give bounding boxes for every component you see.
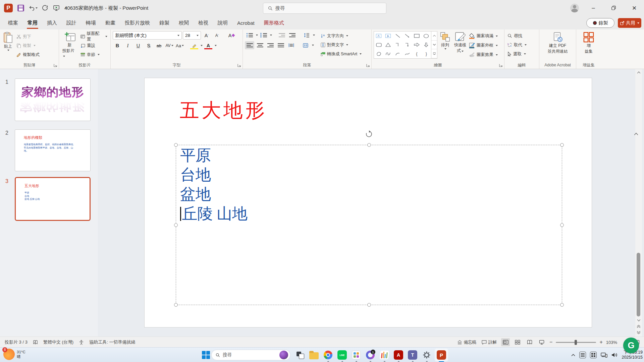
select-dropdown-icon[interactable] xyxy=(524,53,526,55)
redo-button[interactable] xyxy=(42,5,48,11)
shape-cell-scribble[interactable] xyxy=(383,49,393,58)
normal-view-button[interactable] xyxy=(501,338,510,346)
start-button[interactable] xyxy=(200,349,212,361)
drawing-dialog-launcher[interactable] xyxy=(499,63,503,67)
align-right-button[interactable] xyxy=(266,41,275,49)
record-button[interactable]: 錄製 xyxy=(586,18,614,28)
layout-button[interactable]: 版面配置 xyxy=(79,33,108,41)
highlight-dropdown-icon[interactable] xyxy=(201,45,203,46)
zoom-in-button[interactable]: + xyxy=(599,339,602,345)
share-button[interactable]: 共用 xyxy=(618,18,641,28)
office-search-box[interactable]: 搜尋 xyxy=(263,3,386,14)
tab-view[interactable]: 檢視 xyxy=(194,16,213,29)
change-case-button[interactable]: Aa xyxy=(175,42,184,50)
quick-styles-dropdown-icon[interactable] xyxy=(462,51,464,52)
share-dropdown-icon[interactable] xyxy=(637,22,639,24)
align-left-button[interactable] xyxy=(245,41,254,49)
strikethrough-button[interactable]: ab xyxy=(154,42,164,50)
undo-dropdown-icon[interactable] xyxy=(36,7,38,9)
slide-indicator[interactable]: 投影片 3 / 3 xyxy=(5,339,28,345)
shape-effects-dropdown-icon[interactable] xyxy=(496,54,498,56)
scroll-down-button[interactable] xyxy=(635,318,642,323)
justify-button[interactable] xyxy=(276,41,285,49)
copy-button[interactable]: 複製 xyxy=(15,42,41,50)
restore-button[interactable] xyxy=(606,0,621,16)
next-slide-button[interactable] xyxy=(635,330,642,335)
tab-slideshow[interactable]: 投影片放映 xyxy=(120,16,155,29)
shape-outline-dropdown-icon[interactable] xyxy=(496,45,498,46)
thumbnail-slide-1[interactable]: 家鄉的地形 家鄉的地形 xyxy=(15,78,91,121)
font-color-dropdown-icon[interactable] xyxy=(215,45,217,46)
zoom-level[interactable]: 103% xyxy=(606,340,617,345)
bullets-dropdown-icon[interactable] xyxy=(256,35,258,36)
new-slide-dropdown-icon[interactable] xyxy=(63,56,65,57)
taskbar-search-box[interactable]: 搜尋 xyxy=(211,350,290,360)
search-highlight-image[interactable] xyxy=(279,351,288,359)
comments-button[interactable]: 註解 xyxy=(481,338,498,347)
distribute-text-button[interactable] xyxy=(286,41,296,49)
shape-cell-oval[interactable] xyxy=(422,32,431,41)
create-pdf-button[interactable]: 建立 PDF 並共用連結 xyxy=(546,31,569,62)
tab-transitions[interactable]: 轉場 xyxy=(81,16,101,29)
shape-cell-rounded-rectangle[interactable] xyxy=(374,41,383,50)
columns-button[interactable] xyxy=(301,41,310,49)
slide-body-text[interactable]: 平原 台地 盆地 丘陵 山地 xyxy=(180,146,248,224)
shape-cell-line[interactable] xyxy=(393,32,402,41)
shape-fill-dropdown-icon[interactable] xyxy=(496,36,498,37)
tab-design[interactable]: 設計 xyxy=(62,16,81,29)
shape-cell-textbox-rotated[interactable]: A xyxy=(383,32,393,41)
teams-app-button[interactable]: T xyxy=(407,349,419,361)
file-explorer-button[interactable] xyxy=(308,349,320,361)
font-name-dropdown-icon[interactable] xyxy=(177,35,179,36)
character-spacing-button[interactable]: AV xyxy=(165,42,174,50)
format-painter-button[interactable]: 複製格式 xyxy=(15,51,41,59)
text-direction-button[interactable]: A 文字方向 xyxy=(320,32,363,40)
ime-mode-icon[interactable] xyxy=(590,352,597,358)
handle-top-right[interactable] xyxy=(560,143,564,147)
scroll-up-button[interactable] xyxy=(635,70,642,75)
tab-help[interactable]: 說明 xyxy=(213,16,232,29)
reset-button[interactable]: 重設 xyxy=(79,42,108,50)
grammarly-badge[interactable]: G xyxy=(623,338,639,353)
shape-cell-arrow-line[interactable] xyxy=(402,32,412,41)
line-spacing-button[interactable] xyxy=(302,31,311,39)
weather-widget[interactable]: 8 31°C 晴 xyxy=(3,349,25,360)
shape-cell-right-arrow[interactable] xyxy=(412,41,421,50)
previous-slide-button[interactable] xyxy=(635,324,642,329)
section-dropdown-icon[interactable] xyxy=(98,54,100,55)
slide-sorter-view-button[interactable] xyxy=(513,338,522,346)
shape-cell-curve[interactable] xyxy=(402,49,412,58)
tab-file[interactable]: 檔案 xyxy=(3,16,23,29)
find-button[interactable]: 尋找 xyxy=(506,32,528,40)
arrange-dropdown-icon[interactable] xyxy=(444,48,446,50)
smartart-dropdown-icon[interactable] xyxy=(360,53,362,55)
shape-cell-triangle[interactable] xyxy=(383,41,393,50)
line-spacing-dropdown-icon[interactable] xyxy=(313,35,315,36)
zoom-out-button[interactable]: − xyxy=(549,339,552,345)
start-slideshow-button[interactable] xyxy=(53,5,60,11)
handle-bottom-left[interactable] xyxy=(174,303,178,307)
clear-formatting-button[interactable]: A xyxy=(227,32,236,40)
account-avatar[interactable] xyxy=(570,4,579,12)
shape-cell-elbow-arrow-connector[interactable] xyxy=(402,41,412,50)
accessibility-status[interactable]: 協助工具: 一切準備就緒 xyxy=(89,339,135,345)
align-text-dropdown-icon[interactable] xyxy=(346,44,348,46)
replace-button[interactable]: bc 取代 xyxy=(506,41,528,49)
scrollbar-thumb[interactable] xyxy=(637,253,640,316)
decrease-indent-button[interactable] xyxy=(277,31,286,39)
shape-cell-freeform[interactable] xyxy=(374,49,383,58)
task-view-button[interactable] xyxy=(294,349,306,361)
device-icon[interactable] xyxy=(601,352,607,358)
save-button[interactable] xyxy=(17,5,24,11)
language-indicator[interactable]: 繁體中文 (台灣) xyxy=(43,339,73,345)
underline-button[interactable]: U xyxy=(133,42,143,50)
settings-app-button[interactable] xyxy=(421,349,433,361)
bold-button[interactable]: B xyxy=(113,42,122,50)
paste-dropdown-icon[interactable] xyxy=(7,50,9,51)
text-shadow-button[interactable]: S xyxy=(144,42,153,50)
tab-acrobat[interactable]: Acrobat xyxy=(232,16,259,29)
font-size-dropdown-icon[interactable] xyxy=(197,35,199,36)
convert-smartart-button[interactable]: 轉換成 SmartArt xyxy=(320,50,363,58)
reading-view-button[interactable] xyxy=(525,338,534,346)
clipboard-dialog-launcher[interactable] xyxy=(53,63,57,67)
